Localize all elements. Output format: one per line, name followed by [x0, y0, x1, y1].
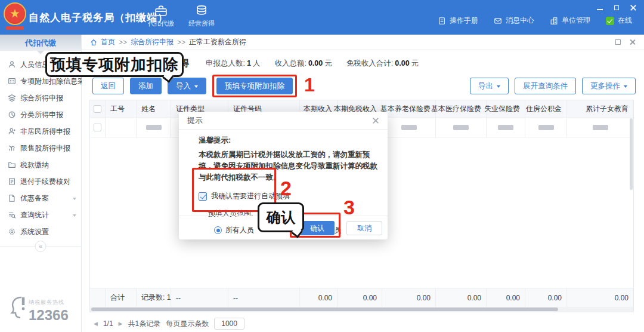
- col-housing-fund: 住房公积金: [525, 100, 567, 117]
- layers-icon: [8, 94, 16, 102]
- redacted-name: [146, 125, 162, 130]
- callout-prefill-text: 预填专项附加扣除: [50, 54, 179, 75]
- cancel-button[interactable]: 取消: [346, 221, 382, 235]
- id-card-icon: [8, 77, 16, 85]
- col-children-education: 累计子女教育: [567, 100, 633, 117]
- folder-icon: [8, 161, 16, 169]
- online-check-icon: [606, 17, 614, 25]
- stat-taxfree-income: 免税收入合计:0.00元: [346, 59, 419, 69]
- national-emblem-logo: [4, 2, 26, 25]
- breadcrumb-current: 正常工资薪金所得: [189, 37, 246, 47]
- person-badge-icon: [8, 127, 16, 136]
- export-button[interactable]: 导出: [470, 78, 509, 94]
- confirm-button[interactable]: 确认: [300, 221, 335, 235]
- warm-tip-title: 温馨提示:: [199, 136, 378, 146]
- annotation-step-1: 1: [304, 74, 315, 96]
- sidebar-item-label: 税款缴纳: [20, 160, 49, 170]
- sidebar-item-restricted-shares[interactable]: 限售股所得申报: [0, 140, 81, 156]
- sidebar-item-label: 分类所得申报: [20, 110, 63, 120]
- checked-checkbox-icon[interactable]: [199, 192, 207, 201]
- prefill-special-deduction-button[interactable]: 预填专项附加扣除: [216, 78, 293, 94]
- add-button[interactable]: 添加: [130, 78, 162, 94]
- sidebar-item-query-statistics[interactable]: 查询统计: [0, 207, 81, 223]
- sidebar-item-label: 非居民所得申报: [20, 127, 70, 137]
- panel-maximize-icon[interactable]: [615, 39, 621, 45]
- sidebar-item-refund-fee-check[interactable]: 退付手续费核对: [0, 173, 81, 190]
- toolbar-right: 导出 展开查询条件 更多操作: [470, 78, 636, 94]
- summary-value: 0.00: [300, 288, 338, 307]
- nav-withholding[interactable]: 代扣代缴: [148, 4, 174, 28]
- next-page-icon[interactable]: ▶: [119, 321, 123, 327]
- per-page-select[interactable]: 1000: [214, 318, 244, 330]
- breadcrumb-home[interactable]: 首页: [101, 37, 115, 47]
- col-employee-id: 工号: [106, 100, 137, 117]
- horizontal-scrollbar[interactable]: [90, 307, 633, 312]
- expand-query-button[interactable]: 展开查询条件: [515, 78, 576, 94]
- titlebar-links: 操作手册 消息中心 单位管理 在线: [438, 16, 632, 26]
- dialog-header: 提示: [179, 112, 388, 130]
- breadcrumb-separator: >>: [177, 38, 185, 47]
- link-messages-label: 消息中心: [506, 16, 534, 26]
- summary-cert-type: --: [171, 288, 228, 307]
- home-icon[interactable]: [90, 39, 97, 46]
- sidebar-item-nonresident-income[interactable]: 非居民所得申报: [0, 123, 81, 140]
- hotline-logo-icon: [7, 295, 27, 321]
- col-unemployment-insurance: 失业保险费: [487, 100, 525, 117]
- coins-icon: [195, 4, 208, 17]
- window-controls: [596, 4, 637, 11]
- nav-withholding-label: 代扣代缴: [148, 19, 174, 28]
- titlebar-nav: 代扣代缴 经营所得: [148, 4, 215, 28]
- hotline-number: 12366: [29, 307, 69, 324]
- vertical-scrollbar[interactable]: [630, 118, 633, 190]
- close-icon[interactable]: [630, 4, 637, 11]
- select-all-checkbox[interactable]: [94, 105, 101, 113]
- sidebar-item-label: 限售股所得申报: [20, 143, 70, 153]
- sidebar: 代扣代缴 人员信息采集 专项附加扣除信息采集 综合所得申报 分类所得申报: [0, 35, 82, 332]
- dialog-close-icon[interactable]: [372, 117, 379, 124]
- sidebar-item-label: 优惠备案: [20, 193, 49, 204]
- summary-value: 0.00: [487, 288, 525, 307]
- sidebar-collapse-button[interactable]: «: [35, 241, 47, 252]
- sidebar-header-tab[interactable]: 代扣代缴: [0, 35, 81, 51]
- annotation-step-3: 3: [343, 197, 355, 217]
- link-messages[interactable]: 消息中心: [494, 16, 534, 26]
- row-checkbox[interactable]: [94, 124, 101, 131]
- nav-business-income[interactable]: 经营所得: [188, 4, 215, 28]
- table-summary-row: 合计 记录数: 1 -- -- 0.00 0.00 0.00 0.00 0.00…: [90, 288, 633, 307]
- sidebar-item-label: 系统设置: [20, 227, 49, 237]
- link-manual[interactable]: 操作手册: [438, 16, 478, 26]
- summary-records: 记录数: 1: [137, 288, 171, 307]
- mail-icon: [494, 17, 502, 25]
- redacted-value: [453, 125, 469, 130]
- link-online-status[interactable]: 在线: [606, 16, 632, 26]
- more-actions-button[interactable]: 更多操作: [582, 78, 636, 94]
- sidebar-item-system-settings[interactable]: 系统设置: [0, 223, 81, 240]
- import-button[interactable]: 导入: [168, 78, 206, 94]
- scrollbar-thumb[interactable]: [91, 308, 558, 311]
- search-list-icon: [8, 211, 16, 219]
- star-icon: [10, 9, 20, 19]
- sidebar-item-comprehensive-income[interactable]: 综合所得申报: [0, 90, 81, 106]
- minimize-icon[interactable]: [596, 4, 603, 11]
- back-button[interactable]: 返回: [92, 78, 124, 94]
- link-unit-management-label: 单位管理: [562, 16, 590, 26]
- redacted-value: [593, 125, 608, 130]
- maximize-icon[interactable]: [613, 4, 620, 11]
- summary-value: 0.00: [338, 288, 382, 307]
- prev-page-icon[interactable]: ◀: [94, 321, 98, 327]
- panel-close-icon[interactable]: [629, 39, 636, 45]
- sidebar-item-preferential-filing[interactable]: 优惠备案: [0, 190, 81, 207]
- redacted-value: [538, 125, 554, 130]
- stat-total-people: 申报总人数:1人: [206, 59, 260, 69]
- chevron-down-icon: [497, 85, 500, 90]
- sidebar-item-tax-payment[interactable]: 税款缴纳: [0, 156, 81, 173]
- redacted-value: [401, 125, 417, 130]
- sidebar-item-label: 综合所得申报: [20, 93, 63, 103]
- link-unit-management[interactable]: 单位管理: [550, 16, 590, 26]
- sidebar-item-classified-income[interactable]: 分类所得申报: [0, 106, 81, 123]
- breadcrumb-section[interactable]: 综合所得申报: [131, 37, 174, 47]
- callout-confirm-text: 确认: [267, 208, 295, 227]
- annotation-step-2: 2: [280, 178, 292, 198]
- hotline-label: 纳税服务热线: [29, 299, 69, 306]
- app-title: 自然人电子税务局（扣缴端）: [29, 11, 168, 24]
